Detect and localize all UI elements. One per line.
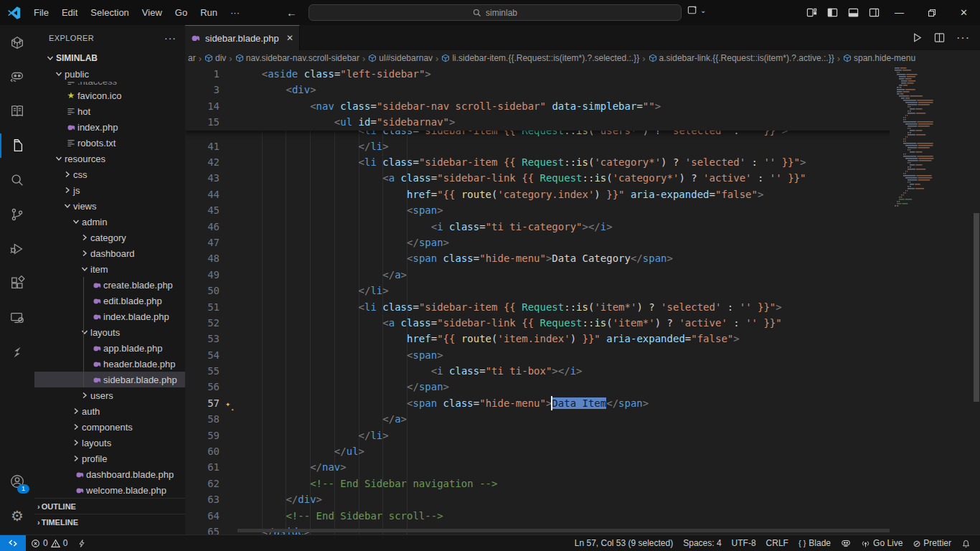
- code-line[interactable]: 1 <aside class="left-sidebar">: [185, 66, 967, 82]
- code-line[interactable]: 44 href="{{ route('category.index') }}" …: [185, 187, 967, 202]
- notifications-bell[interactable]: [956, 539, 976, 548]
- code-line[interactable]: 63 </div>: [185, 491, 967, 507]
- breadcrumb-item[interactable]: ar: [188, 53, 196, 63]
- extensions-icon[interactable]: [0, 266, 34, 301]
- tab-sidebar-blade-php[interactable]: sidebar.blade.php ✕: [185, 25, 300, 50]
- outline-section-header[interactable]: ›OUTLINE: [34, 498, 185, 514]
- tree-item-header-blade-php[interactable]: header.blade.php: [34, 356, 185, 372]
- tree-item-profile[interactable]: profile: [34, 451, 185, 466]
- code-line[interactable]: 3 <div>: [185, 82, 967, 98]
- tree-item-admin[interactable]: admin: [34, 214, 185, 230]
- tree-item-css[interactable]: css: [34, 166, 185, 182]
- code-line[interactable]: 61 </nav>: [185, 459, 967, 475]
- toggle-panel-icon[interactable]: [848, 7, 859, 18]
- remote-indicator[interactable]: [0, 535, 26, 551]
- code-line[interactable]: 42 <li class="sidebar-item {{ Request::i…: [185, 154, 967, 170]
- code-line[interactable]: 53 href="{{ route('item.index') }}" aria…: [185, 331, 967, 347]
- code-line[interactable]: 46 <i class="ti ti-category"></i>: [185, 219, 967, 235]
- close-window-button[interactable]: ✕: [948, 0, 980, 25]
- go-live-button[interactable]: Go Live: [856, 538, 908, 548]
- nav-back-icon[interactable]: ←: [286, 6, 297, 19]
- tree-item-clipped[interactable]: .htaccess: [34, 82, 185, 88]
- tree-item-robots-txt[interactable]: robots.txt: [34, 135, 185, 151]
- menu-selection[interactable]: Selection: [84, 5, 135, 21]
- run-file-icon[interactable]: [912, 32, 923, 43]
- language-mode[interactable]: { }Blade: [793, 538, 836, 548]
- tree-item-index-php[interactable]: index.php: [34, 119, 185, 135]
- code-line[interactable]: 14 <nav class="sidebar-nav scroll-sideba…: [185, 98, 967, 114]
- menu-view[interactable]: View: [136, 5, 169, 21]
- run-debug-icon[interactable]: [0, 232, 34, 266]
- code-line[interactable]: 54 <span>: [185, 347, 967, 363]
- toggle-secondary-sidebar-icon[interactable]: [869, 7, 880, 18]
- tree-item--htaccess[interactable]: .htaccess: [34, 82, 185, 88]
- copilot-chat-button[interactable]: ⌄: [687, 5, 706, 16]
- breadcrumb-item[interactable]: li.sidebar-item.{{.Request::is(item*).?.…: [441, 53, 639, 63]
- copilot-status[interactable]: [836, 538, 856, 548]
- minimap[interactable]: [890, 66, 973, 534]
- indentation[interactable]: Spaces: 4: [678, 538, 726, 548]
- encoding[interactable]: UTF-8: [727, 538, 761, 548]
- tree-item-js[interactable]: js: [34, 182, 185, 198]
- scrollbar-thumb[interactable]: [974, 213, 979, 402]
- breadcrumb-item[interactable]: ul#sidebarnav: [368, 53, 433, 63]
- tree-item-users[interactable]: users: [34, 387, 185, 403]
- code-line[interactable]: 50 </li>: [185, 283, 967, 298]
- accounts-icon[interactable]: 1: [0, 464, 34, 499]
- horizontal-scrollbar[interactable]: [237, 529, 890, 532]
- customize-layout-icon[interactable]: [806, 7, 817, 18]
- book-icon[interactable]: [0, 94, 34, 128]
- breadcrumb-item[interactable]: span.hide-menu: [843, 53, 915, 63]
- tree-item-public[interactable]: public: [34, 66, 185, 82]
- tree-item-layouts[interactable]: layouts: [34, 324, 185, 340]
- split-editor-icon[interactable]: [934, 32, 945, 43]
- timeline-section-header[interactable]: ›TIMELINE: [34, 514, 185, 530]
- more-actions-icon[interactable]: ···: [956, 32, 970, 44]
- code-line[interactable]: 57✦✦ <span class="hide-menu">Data Item</…: [185, 395, 967, 411]
- tree-item-edit-blade-php[interactable]: edit.blade.php: [34, 293, 185, 309]
- vertical-scrollbar[interactable]: [973, 66, 980, 534]
- tree-item-index-blade-php[interactable]: index.blade.php: [34, 309, 185, 324]
- tree-item-auth[interactable]: auth: [34, 403, 185, 419]
- breadcrumb-item[interactable]: nav.sidebar-nav.scroll-sidebar: [235, 53, 359, 63]
- s-logo-icon[interactable]: [0, 335, 34, 369]
- eol-sequence[interactable]: CRLF: [761, 538, 793, 548]
- menu-go[interactable]: Go: [169, 5, 194, 21]
- tree-item-welcome-blade-php[interactable]: welcome.blade.php: [34, 482, 185, 498]
- explorer-actions-icon[interactable]: ···: [164, 32, 176, 44]
- tree-item-favicon-ico[interactable]: ★favicon.ico: [34, 88, 185, 103]
- code-line[interactable]: 51 <li class="sidebar-item {{ Request::i…: [185, 299, 967, 315]
- menu-run[interactable]: Run: [194, 5, 224, 21]
- code-line[interactable]: 56 </span>: [185, 379, 967, 395]
- code-line[interactable]: <li class="sidebar-item {{ Request::is('…: [185, 131, 967, 138]
- cursor-position[interactable]: Ln 57, Col 53 (9 selected): [570, 538, 678, 548]
- code-line[interactable]: 15 <ul id="sidebarnav">: [185, 114, 967, 130]
- tree-item-siminlab[interactable]: SIMINLAB: [34, 50, 185, 66]
- tree-item-components[interactable]: components: [34, 419, 185, 435]
- tree-item-app-blade-php[interactable]: app.blade.php: [34, 340, 185, 356]
- code-line[interactable]: 43 <a class="sidebar-link {{ Request::is…: [185, 170, 967, 186]
- code-editor[interactable]: <li class="sidebar-item {{ Request::is('…: [185, 66, 980, 534]
- restore-button[interactable]: [915, 0, 948, 25]
- copilot-icon[interactable]: [0, 60, 34, 94]
- tree-item-category[interactable]: category: [34, 230, 185, 245]
- remote-explorer-icon[interactable]: [0, 301, 34, 335]
- menu-file[interactable]: File: [27, 5, 55, 21]
- code-line[interactable]: 55 <i class="ti ti-box"></i>: [185, 363, 967, 379]
- tree-item-views[interactable]: views: [34, 198, 185, 214]
- code-line[interactable]: 58 </a>: [185, 411, 967, 427]
- menu-[interactable]: ···: [224, 5, 246, 21]
- code-line[interactable]: 41 </li>: [185, 138, 967, 154]
- code-line[interactable]: 48 <span class="hide-menu">Data Category…: [185, 250, 967, 266]
- tree-item-layouts[interactable]: layouts: [34, 435, 185, 451]
- tree-item-dashboard-blade-php[interactable]: dashboard.blade.php: [34, 466, 185, 482]
- command-center[interactable]: siminlab: [308, 4, 682, 21]
- source-control-icon[interactable]: [0, 197, 34, 232]
- zap-indicator[interactable]: [72, 535, 91, 551]
- prettier-status[interactable]: ⊘ Prettier: [908, 538, 956, 549]
- breadcrumb-item[interactable]: a.sidebar-link.{{.Request::is(item*).?.a…: [649, 53, 834, 63]
- search-activity-icon[interactable]: [0, 163, 34, 197]
- explorer-icon[interactable]: [0, 128, 34, 163]
- settings-gear-icon[interactable]: ⚙: [0, 499, 34, 533]
- problems-indicator[interactable]: 0 0: [26, 535, 72, 551]
